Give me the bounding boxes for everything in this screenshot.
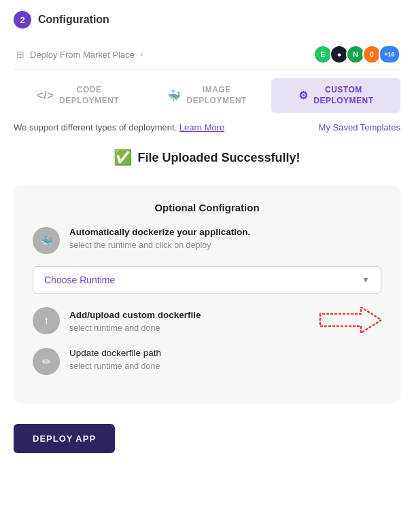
code-icon: </>	[37, 90, 54, 102]
gear-icon: ⚙	[298, 89, 309, 102]
red-arrow-annotation	[313, 307, 381, 336]
dropdown-arrow-icon: ▼	[362, 275, 370, 285]
info-row: We support different types of deployment…	[14, 122, 400, 132]
tab-image-label: IMAGEDEPLOYMENT	[187, 85, 247, 106]
marketplace-left[interactable]: ⊞ Deploy From Market Place ›	[16, 49, 143, 60]
update-path-title: Update dockerfile path	[69, 348, 161, 358]
dockerize-subtitle: select the runtime and click on deploy	[69, 241, 211, 250]
dockerize-icon: 🐳	[33, 227, 60, 254]
dockerize-option: 🐳 Automatically dockerize your applicati…	[33, 227, 381, 254]
step-badge: 2	[14, 11, 31, 29]
runtime-label: Choose Runtime	[44, 274, 115, 285]
docker-icon: 🐳	[167, 89, 182, 102]
update-path-text: Update dockerfile path select runtime an…	[69, 348, 161, 372]
tab-image-deployment[interactable]: 🐳 IMAGEDEPLOYMENT	[143, 78, 272, 113]
add-upload-text: Add/upload custom dockerfile select runt…	[69, 310, 305, 334]
config-card: Optional Configration 🐳 Automatically do…	[14, 185, 400, 404]
chevron-right-icon: ›	[140, 50, 143, 59]
info-text: We support different types of deployment…	[14, 122, 224, 132]
marketplace-icon: ⊞	[16, 49, 24, 60]
update-path-subtitle: select runtime and done	[69, 361, 160, 371]
deployment-tabs: </> CODEDEPLOYMENT 🐳 IMAGEDEPLOYMENT ⚙ C…	[14, 78, 400, 113]
pencil-icon: ✏	[33, 348, 60, 375]
dockerize-title: Automatically dockerize your application…	[69, 227, 250, 237]
config-title: Optional Configration	[33, 202, 381, 213]
add-upload-subtitle: select runtime and done	[69, 323, 160, 333]
upload-icon: ↑	[33, 307, 60, 334]
deploy-app-button[interactable]: DEPLOY APP	[14, 424, 115, 453]
marketplace-row: ⊞ Deploy From Market Place › E ● N 0 +16	[14, 39, 400, 70]
step-header: 2 Configuration	[14, 11, 400, 29]
learn-more-link[interactable]: Learn More	[179, 122, 224, 132]
add-upload-title: Add/upload custom dockerfile	[69, 310, 305, 320]
runtime-dropdown[interactable]: Choose Runtime ▼	[33, 266, 381, 294]
add-upload-option: ↑ Add/upload custom dockerfile select ru…	[33, 307, 381, 336]
saved-templates-link[interactable]: My Saved Templates	[319, 122, 400, 132]
tab-code-label: CODEDEPLOYMENT	[59, 85, 119, 106]
tab-custom-label: CUSTOMDEPLOYMENT	[313, 85, 373, 106]
avatar-group: E ● N 0 +16	[313, 45, 400, 64]
tab-code-deployment[interactable]: </> CODEDEPLOYMENT	[14, 78, 143, 113]
deploy-btn-row: DEPLOY APP	[14, 424, 400, 460]
step-title: Configuration	[38, 14, 109, 26]
success-check-icon: ✅	[114, 149, 132, 166]
update-path-option: ✏ Update dockerfile path select runtime …	[33, 348, 381, 375]
avatar-5: +16	[379, 45, 400, 64]
dockerize-text: Automatically dockerize your application…	[69, 227, 250, 251]
svg-marker-1	[320, 307, 381, 333]
success-message: File Uploaded Successfully!	[137, 151, 300, 165]
marketplace-label: Deploy From Market Place	[30, 50, 135, 60]
tab-custom-deployment[interactable]: ⚙ CUSTOMDEPLOYMENT	[271, 78, 400, 113]
success-banner: ✅ File Uploaded Successfully!	[14, 149, 400, 166]
